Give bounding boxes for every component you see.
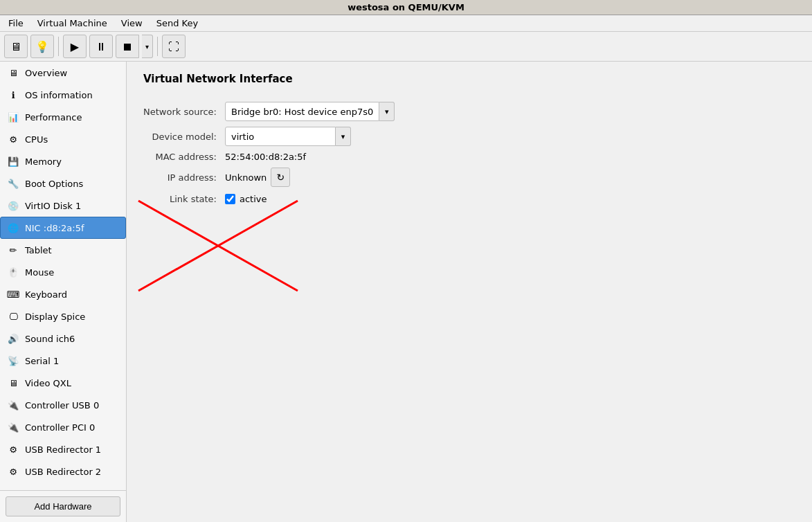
- sidebar-item-tablet[interactable]: ✏️ Tablet: [0, 239, 126, 261]
- svg-line-0: [138, 201, 298, 291]
- sidebar-item-virtio-disk-1[interactable]: 💿 VirtIO Disk 1: [0, 195, 126, 217]
- pci-controller-icon: 🔌: [6, 420, 20, 434]
- sidebar-label-memory: Memory: [25, 156, 62, 167]
- toolbar-stop-btn[interactable]: ⏹: [116, 35, 139, 58]
- sidebar-label-nic: NIC :d8:2a:5f: [25, 223, 84, 233]
- title-bar: westosa on QEMU/KVM: [0, 0, 812, 15]
- os-info-icon: ℹ️: [6, 88, 20, 102]
- device-model-dropdown-arrow[interactable]: ▾: [336, 127, 351, 146]
- sidebar-label-sound-ich6: Sound ich6: [25, 334, 75, 344]
- sidebar-item-controller-usb-0[interactable]: 🔌 Controller USB 0: [0, 394, 126, 416]
- svg-line-1: [138, 201, 298, 291]
- sidebar-item-sound-ich6[interactable]: 🔊 Sound ich6: [0, 327, 126, 350]
- sidebar-item-overview[interactable]: 🖥 Overview: [0, 62, 126, 84]
- mac-address-value: 52:54:00:d8:2a:5f: [225, 152, 395, 162]
- sidebar-item-boot-options[interactable]: 🔧 Boot Options: [0, 172, 126, 195]
- section-title: Virtual Network Interface: [143, 73, 795, 85]
- sidebar-item-controller-pci-0[interactable]: 🔌 Controller PCI 0: [0, 416, 126, 438]
- device-model-value: virtio ▾: [225, 127, 395, 146]
- mac-address-text: 52:54:00:d8:2a:5f: [225, 150, 306, 163]
- link-state-label: Link state:: [143, 192, 225, 206]
- menu-view[interactable]: View: [116, 17, 148, 30]
- toolbar-separator-2: [157, 37, 158, 56]
- menu-send-key[interactable]: Send Key: [151, 17, 204, 30]
- sidebar-item-serial-1[interactable]: 📡 Serial 1: [0, 350, 126, 372]
- boot-options-icon: 🔧: [6, 177, 20, 190]
- sidebar-label-performance: Performance: [25, 112, 82, 123]
- display-spice-icon: 🖵: [6, 309, 20, 323]
- toolbar-stop-dropdown[interactable]: ▾: [142, 35, 153, 58]
- sidebar-label-video-qxl: Video QXL: [25, 378, 71, 388]
- sidebar-item-memory[interactable]: 💾 Memory: [0, 150, 126, 172]
- toolbar: 🖥 💡 ▶ ⏸ ⏹ ▾ ⛶: [0, 32, 812, 62]
- sidebar-item-os-information[interactable]: ℹ️ OS information: [0, 84, 126, 106]
- keyboard-icon: ⌨️: [6, 287, 20, 301]
- sidebar-item-usb-redirector-1[interactable]: ⚙️ USB Redirector 1: [0, 438, 126, 460]
- link-state-value: active: [225, 192, 395, 206]
- performance-icon: 📊: [6, 110, 20, 124]
- network-source-dropdown[interactable]: Bridge br0: Host device enp7s0: [225, 102, 379, 121]
- sound-icon: 🔊: [6, 332, 20, 345]
- sidebar-items: 🖥 Overview ℹ️ OS information 📊 Performan…: [0, 62, 126, 490]
- network-source-value: Bridge br0: Host device enp7s0 ▾: [225, 102, 395, 121]
- sidebar-item-mouse[interactable]: 🖱️ Mouse: [0, 261, 126, 283]
- sidebar-label-mouse: Mouse: [25, 267, 54, 278]
- sidebar-item-video-qxl[interactable]: 🖥 Video QXL: [0, 372, 126, 394]
- sidebar-label-overview: Overview: [25, 68, 67, 78]
- sidebar-item-usb-redirector-2[interactable]: ⚙️ USB Redirector 2: [0, 460, 126, 483]
- ip-address-row: IP address: Unknown ↻: [143, 168, 395, 187]
- toolbar-pause-btn[interactable]: ⏸: [89, 35, 113, 58]
- sidebar-label-controller-usb-0: Controller USB 0: [25, 400, 99, 411]
- ip-address-value: Unknown ↻: [225, 168, 395, 187]
- sidebar-item-cpus[interactable]: ⚙️ CPUs: [0, 128, 126, 150]
- sidebar-item-keyboard[interactable]: ⌨️ Keyboard: [0, 283, 126, 305]
- sidebar-label-cpus: CPUs: [25, 134, 48, 145]
- usb-redirector-2-icon: ⚙️: [6, 465, 20, 478]
- sidebar-label-tablet: Tablet: [25, 245, 52, 255]
- link-state-checkbox[interactable]: [225, 194, 235, 204]
- toolbar-separator-1: [58, 37, 59, 56]
- ip-address-label: IP address:: [143, 168, 225, 187]
- link-state-text: active: [240, 192, 267, 206]
- sidebar-label-controller-pci-0: Controller PCI 0: [25, 422, 95, 433]
- toolbar-bulb-btn[interactable]: 💡: [30, 35, 54, 58]
- network-source-dropdown-container: Bridge br0: Host device enp7s0 ▾: [225, 102, 395, 121]
- device-model-dropdown[interactable]: virtio: [225, 127, 336, 146]
- sidebar-label-usb-redirector-1: USB Redirector 1: [25, 444, 101, 455]
- network-source-row: Network source: Bridge br0: Host device …: [143, 102, 395, 121]
- usb-controller-icon: 🔌: [6, 398, 20, 412]
- mac-address-row: MAC address: 52:54:00:d8:2a:5f: [143, 152, 395, 162]
- link-state-checkbox-row: active: [225, 192, 395, 206]
- sidebar-item-display-spice[interactable]: 🖵 Display Spice: [0, 305, 126, 327]
- mac-address-label: MAC address:: [143, 152, 225, 162]
- main-area: 🖥 Overview ℹ️ OS information 📊 Performan…: [0, 62, 812, 522]
- ip-refresh-button[interactable]: ↻: [271, 168, 290, 187]
- overview-icon: 🖥: [6, 66, 20, 80]
- sidebar-bottom: Add Hardware: [0, 490, 126, 522]
- ip-row: Unknown ↻: [225, 168, 395, 187]
- tablet-icon: ✏️: [6, 243, 20, 257]
- device-model-dropdown-container: virtio ▾: [225, 127, 395, 146]
- mouse-icon: 🖱️: [6, 265, 20, 279]
- sidebar-label-usb-redirector-2: USB Redirector 2: [25, 467, 101, 477]
- usb-redirector-1-icon: ⚙️: [6, 442, 20, 456]
- sidebar-label-keyboard: Keyboard: [25, 289, 67, 300]
- cpus-icon: ⚙️: [6, 132, 20, 146]
- sidebar-item-performance[interactable]: 📊 Performance: [0, 106, 126, 128]
- toolbar-run-btn[interactable]: ▶: [63, 35, 87, 58]
- toolbar-monitor-btn[interactable]: 🖥: [4, 35, 28, 58]
- sidebar-item-nic[interactable]: 🌐 NIC :d8:2a:5f: [0, 217, 126, 239]
- network-source-dropdown-arrow[interactable]: ▾: [379, 102, 395, 121]
- sidebar-label-virtio-disk-1: VirtIO Disk 1: [25, 201, 81, 211]
- content-panel: Virtual Network Interface Network source…: [127, 62, 812, 522]
- network-source-label: Network source:: [143, 102, 225, 121]
- add-hardware-button[interactable]: Add Hardware: [6, 496, 120, 516]
- sidebar: 🖥 Overview ℹ️ OS information 📊 Performan…: [0, 62, 127, 522]
- toolbar-fullscreen-btn[interactable]: ⛶: [162, 35, 186, 58]
- ip-address-text: Unknown: [225, 171, 267, 184]
- menu-virtual-machine[interactable]: Virtual Machine: [32, 17, 113, 30]
- form-table: Network source: Bridge br0: Host device …: [143, 96, 395, 211]
- menu-file[interactable]: File: [3, 17, 29, 30]
- sidebar-label-display-spice: Display Spice: [25, 312, 85, 322]
- menu-bar: File Virtual Machine View Send Key: [0, 15, 812, 32]
